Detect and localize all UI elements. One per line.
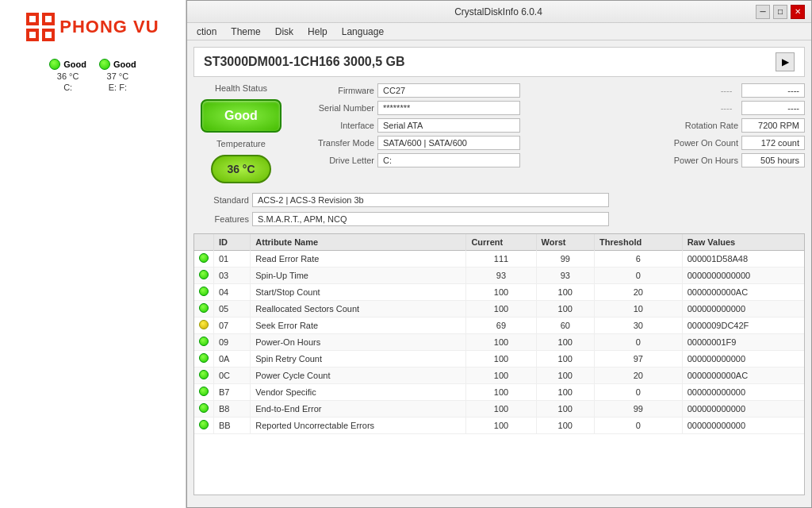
dash-row-1: ---- ----	[646, 83, 805, 98]
cell-name: Reported Uncorrectable Errors	[251, 418, 466, 434]
cell-threshold: 0	[595, 418, 683, 434]
status-dot	[199, 303, 209, 313]
table-row: BBReported Uncorrectable Errors100100000…	[194, 418, 804, 434]
phongvu-logo: PHONG VU	[20, 6, 165, 48]
cell-worst: 100	[536, 351, 594, 368]
cell-raw: 0000000000AC	[682, 284, 804, 301]
cell-worst: 100	[536, 284, 594, 301]
col-current: Current	[466, 234, 536, 251]
rotation-value: 7200 RPM	[741, 118, 805, 133]
cell-threshold: 30	[595, 318, 683, 334]
maximize-button[interactable]: □	[773, 5, 787, 19]
cell-current: 111	[466, 251, 536, 267]
cell-worst: 99	[536, 251, 594, 267]
dash2: ----	[741, 83, 805, 98]
cell-raw: 0000000000000	[682, 267, 804, 284]
transfer-row: Transfer Mode SATA/600 | SATA/600	[295, 136, 640, 150]
cell-current: 93	[466, 267, 536, 284]
cell-worst: 60	[536, 318, 594, 334]
phongvu-sidebar: PHONG VU Good 36 °C C: Good 37 °C E: F:	[0, 0, 186, 508]
status-dot	[199, 320, 209, 329]
table-row: B7Vendor Specific1001000000000000000	[194, 384, 804, 401]
menu-item-disk[interactable]: Disk	[269, 25, 300, 39]
cell-threshold: 20	[595, 368, 683, 384]
serial-label: Serial Number	[295, 103, 374, 113]
col-threshold: Threshold	[595, 234, 683, 251]
cell-name: Read Error Rate	[251, 251, 466, 267]
status-dot	[199, 370, 209, 379]
interface-row: Interface Serial ATA	[295, 118, 640, 133]
smart-section: ID Attribute Name Current Worst Threshol…	[193, 233, 805, 502]
cell-raw: 000001D58A48	[682, 251, 804, 267]
cell-raw: 000000000000	[682, 301, 804, 318]
col-id: ID	[214, 234, 251, 251]
status-badge-c: Good	[49, 59, 86, 70]
menu-item-function[interactable]: ction	[190, 25, 223, 39]
standard-label: Standard	[193, 195, 249, 205]
status-dot	[199, 287, 209, 296]
col-name: Attribute Name	[251, 234, 466, 251]
menu-item-language[interactable]: Language	[335, 25, 390, 39]
minimize-button[interactable]: ─	[756, 5, 770, 19]
cell-current: 100	[466, 351, 536, 368]
cell-id: BB	[214, 418, 251, 434]
cell-name: Spin Retry Count	[251, 351, 466, 368]
cell-current: 100	[466, 418, 536, 434]
drive-letter-label: Drive Letter	[295, 156, 374, 165]
transfer-value: SATA/600 | SATA/600	[377, 136, 520, 150]
status-row: Good 36 °C C: Good 37 °C E: F:	[40, 56, 145, 95]
health-status-label: Health Status	[215, 83, 267, 93]
info-grid: Health Status Good Temperature 36 °C Fir…	[193, 83, 805, 183]
cell-worst: 100	[536, 301, 594, 318]
cell-threshold: 97	[595, 351, 683, 368]
features-value: S.M.A.R.T., APM, NCQ	[252, 212, 609, 226]
features-label: Features	[193, 214, 249, 224]
serial-row: Serial Number ********	[295, 101, 640, 115]
cell-worst: 100	[536, 418, 594, 434]
drive-letter-value: C:	[377, 153, 520, 167]
status-item-ef: Good 37 °C E: F:	[99, 59, 136, 92]
svg-rect-5	[45, 16, 52, 22]
window-title: CrystalDiskInfo 6.0.4	[241, 6, 756, 17]
smart-table-wrap[interactable]: ID Attribute Name Current Worst Threshol…	[193, 233, 805, 495]
menu-item-help[interactable]: Help	[301, 25, 334, 39]
status-dot	[199, 353, 209, 363]
cell-raw: 000000000000	[682, 401, 804, 418]
cell-threshold: 20	[595, 284, 683, 301]
title-bar: CrystalDiskInfo 6.0.4 ─ □ ✕	[187, 1, 811, 23]
menu-bar: ction Theme Disk Help Language	[187, 23, 811, 40]
table-row: 0ASpin Retry Count10010097000000000000	[194, 351, 804, 368]
table-row: 09Power-On Hours100100000000001F9	[194, 334, 804, 351]
drive-title-bar: ST3000DM001-1CH166 3000,5 GB ▶	[193, 47, 805, 77]
serial-value: ********	[377, 101, 520, 115]
power-on-hours-label: Power On Hours	[674, 156, 738, 165]
drive-letter-row: Drive Letter C:	[295, 153, 640, 167]
drive-nav-next[interactable]: ▶	[776, 52, 795, 71]
cell-raw: 0000009DC42F	[682, 318, 804, 334]
cell-id: 03	[214, 267, 251, 284]
cell-id: 05	[214, 301, 251, 318]
dash3: ----	[714, 103, 738, 113]
cell-raw: 000000000000	[682, 351, 804, 368]
interface-value: Serial ATA	[377, 118, 520, 133]
close-button[interactable]: ✕	[791, 5, 805, 19]
cell-current: 100	[466, 334, 536, 351]
cell-threshold: 0	[595, 384, 683, 401]
cell-name: End-to-End Error	[251, 401, 466, 418]
cell-worst: 100	[536, 384, 594, 401]
status-item-c: Good 36 °C C:	[49, 59, 86, 92]
main-window: CrystalDiskInfo 6.0.4 ─ □ ✕ ction Theme …	[186, 0, 812, 508]
cell-threshold: 0	[595, 334, 683, 351]
status-temp-ef: 37 °C	[107, 71, 129, 81]
table-row: 01Read Error Rate111996000001D58A48	[194, 251, 804, 267]
cell-current: 100	[466, 301, 536, 318]
cell-id: 0C	[214, 368, 251, 384]
status-dot	[199, 253, 209, 263]
window-controls: ─ □ ✕	[756, 5, 805, 19]
power-on-count-row: Power On Count 172 count	[646, 136, 805, 150]
table-row: 07Seek Error Rate6960300000009DC42F	[194, 318, 804, 334]
cell-name: Reallocated Sectors Count	[251, 301, 466, 318]
temp-label: Temperature	[216, 139, 266, 148]
firmware-row: Firmware CC27	[295, 83, 640, 98]
menu-item-theme[interactable]: Theme	[224, 25, 266, 39]
